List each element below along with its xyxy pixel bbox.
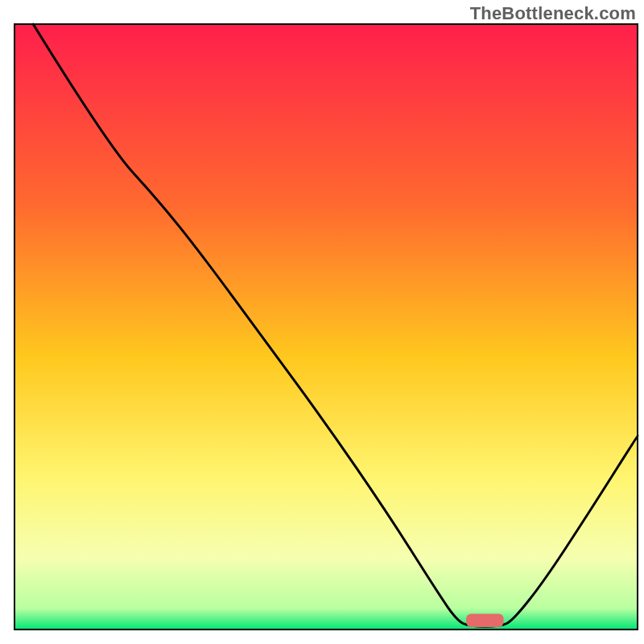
chart-background: [14, 24, 638, 630]
watermark-label: TheBottleneck.com: [470, 3, 636, 24]
optimal-marker: [466, 613, 503, 627]
bottleneck-chart: [0, 0, 644, 644]
chart-container: TheBottleneck.com: [0, 0, 644, 644]
